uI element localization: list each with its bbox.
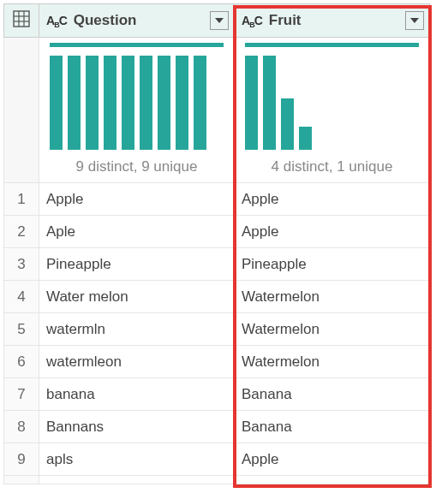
distribution-bar xyxy=(50,56,63,150)
column-filter-dropdown[interactable] xyxy=(405,11,424,30)
text-type-icon: ABC xyxy=(46,14,67,27)
cell-question[interactable]: banana xyxy=(39,378,235,411)
column-name-fruit: Fruit xyxy=(269,12,302,29)
quality-bar xyxy=(245,43,419,47)
cell-question[interactable]: Water melon xyxy=(39,281,235,313)
cell-fruit[interactable]: Watermelon xyxy=(235,346,430,378)
header-fruit[interactable]: ABC Fruit xyxy=(235,3,430,38)
header-question[interactable]: ABC Question xyxy=(39,3,235,38)
distribution-bar xyxy=(245,56,258,150)
row-number[interactable]: 4 xyxy=(3,281,39,313)
distribution-bar xyxy=(68,56,81,150)
distribution-bar xyxy=(158,56,170,150)
row-number[interactable]: 2 xyxy=(3,216,39,248)
profile-summary-question: 9 distinct, 9 unique xyxy=(50,153,224,175)
profile-question: 9 distinct, 9 unique xyxy=(39,38,235,183)
row-number[interactable]: 9 xyxy=(3,443,39,476)
distribution-bar xyxy=(176,56,188,150)
cell-question[interactable]: watermln xyxy=(39,313,235,346)
distribution-bar xyxy=(263,56,276,150)
row-number[interactable]: 1 xyxy=(3,183,39,216)
chevron-down-icon xyxy=(215,18,224,23)
column-name-question: Question xyxy=(74,12,137,29)
stub-cell xyxy=(235,476,430,484)
cell-question[interactable]: Bannans xyxy=(39,411,235,443)
distribution-bars xyxy=(50,56,224,153)
cell-fruit[interactable]: Pineapple xyxy=(235,248,430,281)
distribution-bar xyxy=(104,56,116,150)
cell-fruit[interactable]: Watermelon xyxy=(235,281,430,313)
row-number[interactable]: 6 xyxy=(3,346,39,378)
distribution-bar xyxy=(299,127,312,151)
cell-question[interactable]: Pineapple xyxy=(39,248,235,281)
cell-fruit[interactable]: Apple xyxy=(235,183,430,216)
chevron-down-icon xyxy=(410,18,419,23)
cell-fruit[interactable]: Apple xyxy=(235,443,430,476)
row-number[interactable]: 3 xyxy=(3,248,39,281)
cell-fruit[interactable]: Banana xyxy=(235,411,430,443)
distribution-bar xyxy=(122,56,134,150)
row-number[interactable]: 5 xyxy=(3,313,39,346)
text-type-icon: ABC xyxy=(242,14,262,27)
row-number[interactable]: 7 xyxy=(3,378,39,411)
cell-question[interactable]: Apple xyxy=(39,183,235,216)
profile-summary-fruit: 4 distinct, 1 unique xyxy=(245,153,419,175)
distribution-bar xyxy=(281,98,294,151)
distribution-bar xyxy=(194,56,206,150)
cell-question[interactable]: watermleon xyxy=(39,346,235,378)
cell-question[interactable]: Aple xyxy=(39,216,235,248)
cell-question[interactable]: apls xyxy=(39,443,235,476)
column-filter-dropdown[interactable] xyxy=(210,11,229,30)
cell-fruit[interactable]: Apple xyxy=(235,216,430,248)
table-icon xyxy=(13,10,30,31)
cell-fruit[interactable]: Banana xyxy=(235,378,430,411)
profile-fruit: 4 distinct, 1 unique xyxy=(235,38,430,183)
distribution-bar xyxy=(140,56,152,150)
stub-cell xyxy=(39,476,235,484)
stub-cell xyxy=(3,476,39,484)
header-rownum[interactable] xyxy=(3,3,39,38)
quality-bar xyxy=(50,43,224,47)
distribution-bars xyxy=(245,56,419,153)
profile-rownum xyxy=(3,38,39,183)
cell-fruit[interactable]: Watermelon xyxy=(235,313,430,346)
row-number[interactable]: 8 xyxy=(3,411,39,443)
distribution-bar xyxy=(86,56,99,150)
svg-rect-0 xyxy=(14,11,29,27)
